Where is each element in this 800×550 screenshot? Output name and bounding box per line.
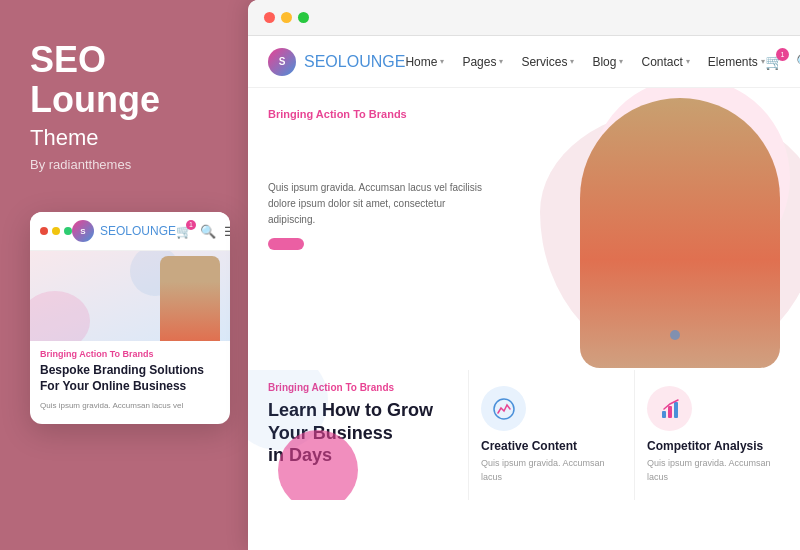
svg-rect-3	[674, 402, 678, 418]
competitor-analysis-icon	[647, 386, 692, 431]
bottom-cards: Creative Content Quis ipsum gravida. Acc…	[468, 370, 800, 500]
nav-home-label: Home	[405, 55, 437, 69]
left-panel: SEO Lounge Theme By radiantthemes S SEOL…	[0, 0, 248, 550]
browser-chrome	[248, 0, 800, 36]
bottom-cta-blob2	[278, 430, 358, 500]
product-author: By radiantthemes	[30, 157, 218, 172]
mobile-hero-blob	[30, 291, 90, 341]
mobile-nav-icons: 🛒 1 🔍 ☰	[176, 224, 230, 239]
mobile-dot-green	[64, 227, 72, 235]
bottom-card-competitor: Competitor Analysis Quis ipsum gravida. …	[634, 370, 800, 500]
hero-content: Bringing Action To Brands Quis ipsum gra…	[268, 108, 488, 250]
site-hero: Bringing Action To Brands Quis ipsum gra…	[248, 88, 800, 370]
hero-image-area	[480, 88, 800, 370]
mobile-hero-image	[30, 251, 230, 341]
site-header: S SEOLOUNGE Home ▾ Pages ▾ Services ▾ Bl…	[248, 36, 800, 88]
browser-window: S SEOLOUNGE Home ▾ Pages ▾ Services ▾ Bl…	[248, 0, 800, 550]
competitor-analysis-title: Competitor Analysis	[647, 439, 763, 453]
mobile-preview-card: S SEOLOUNGE 🛒 1 🔍 ☰ Bringing Action To B…	[30, 212, 230, 423]
mobile-heading: Bespoke Branding Solutions For Your Onli…	[40, 363, 220, 394]
bottom-card-creative: Creative Content Quis ipsum gravida. Acc…	[468, 370, 634, 500]
browser-dot-red	[264, 12, 275, 23]
mobile-dot-red	[40, 227, 48, 235]
nav-blog-arrow: ▾	[619, 57, 623, 66]
site-nav-icons: 🛒 1 🔍	[765, 53, 800, 71]
site-logo: S SEOLOUNGE	[268, 48, 405, 76]
mobile-logo-icon: S	[72, 220, 94, 242]
browser-dot-yellow	[281, 12, 292, 23]
nav-pages-label: Pages	[462, 55, 496, 69]
mobile-menu-icon[interactable]: ☰	[224, 224, 230, 239]
nav-blog-label: Blog	[592, 55, 616, 69]
product-subtitle: Theme	[30, 125, 218, 151]
hero-dot-decoration	[670, 330, 680, 340]
svg-point-0	[494, 399, 514, 419]
nav-contact-arrow: ▾	[686, 57, 690, 66]
creative-content-text: Quis ipsum gravida. Accumsan lacus	[481, 457, 622, 484]
nav-contact-label: Contact	[641, 55, 682, 69]
mobile-logo: S SEOLOUNGE	[72, 220, 176, 242]
mobile-tag: Bringing Action To Brands	[40, 349, 220, 359]
site-bottom: Bringing Action To Brands Learn How to G…	[248, 370, 800, 500]
mobile-cart-icon[interactable]: 🛒 1	[176, 224, 192, 239]
nav-contact[interactable]: Contact ▾	[641, 55, 689, 69]
site-logo-icon: S	[268, 48, 296, 76]
competitor-analysis-icon-wrapper	[647, 386, 697, 431]
creative-content-icon-wrapper	[481, 386, 531, 431]
svg-rect-1	[662, 411, 666, 418]
nav-pages-arrow: ▾	[499, 57, 503, 66]
site-search-icon[interactable]: 🔍	[796, 53, 800, 71]
mobile-hero-person	[160, 256, 220, 341]
mobile-search-icon[interactable]: 🔍	[200, 224, 216, 239]
nav-services[interactable]: Services ▾	[521, 55, 574, 69]
mobile-logo-text: SEOLOUNGE	[100, 224, 176, 238]
mobile-dot-yellow	[52, 227, 60, 235]
hero-person-image	[580, 98, 780, 368]
mobile-window-dots	[40, 227, 72, 235]
hero-cta-button[interactable]	[268, 238, 304, 250]
site-cart-icon[interactable]: 🛒 1	[765, 53, 784, 71]
nav-services-arrow: ▾	[570, 57, 574, 66]
svg-rect-2	[668, 406, 672, 418]
product-title: SEO Lounge	[30, 40, 218, 119]
hero-body-text: Quis ipsum gravida. Accumsan lacus vel f…	[268, 180, 488, 228]
browser-dot-green	[298, 12, 309, 23]
mobile-card-header: S SEOLOUNGE 🛒 1 🔍 ☰	[30, 212, 230, 251]
nav-pages[interactable]: Pages ▾	[462, 55, 503, 69]
site-nav: Home ▾ Pages ▾ Services ▾ Blog ▾ Contact…	[405, 55, 764, 69]
nav-elements-label: Elements	[708, 55, 758, 69]
bottom-cta: Bringing Action To Brands Learn How to G…	[248, 370, 468, 500]
nav-services-label: Services	[521, 55, 567, 69]
mobile-cart-badge: 1	[186, 220, 196, 230]
mobile-para: Quis ipsum gravida. Accumsan lacus vel	[40, 400, 220, 411]
creative-content-icon	[481, 386, 526, 431]
nav-home[interactable]: Home ▾	[405, 55, 444, 69]
competitor-analysis-text: Quis ipsum gravida. Accumsan lacus	[647, 457, 788, 484]
creative-content-title: Creative Content	[481, 439, 577, 453]
nav-elements[interactable]: Elements ▾	[708, 55, 765, 69]
mobile-card-body: Bringing Action To Brands Bespoke Brandi…	[30, 341, 230, 423]
nav-blog[interactable]: Blog ▾	[592, 55, 623, 69]
site-logo-text: SEOLOUNGE	[304, 53, 405, 71]
hero-tag: Bringing Action To Brands	[268, 108, 488, 120]
nav-home-arrow: ▾	[440, 57, 444, 66]
site-cart-badge: 1	[776, 48, 789, 61]
